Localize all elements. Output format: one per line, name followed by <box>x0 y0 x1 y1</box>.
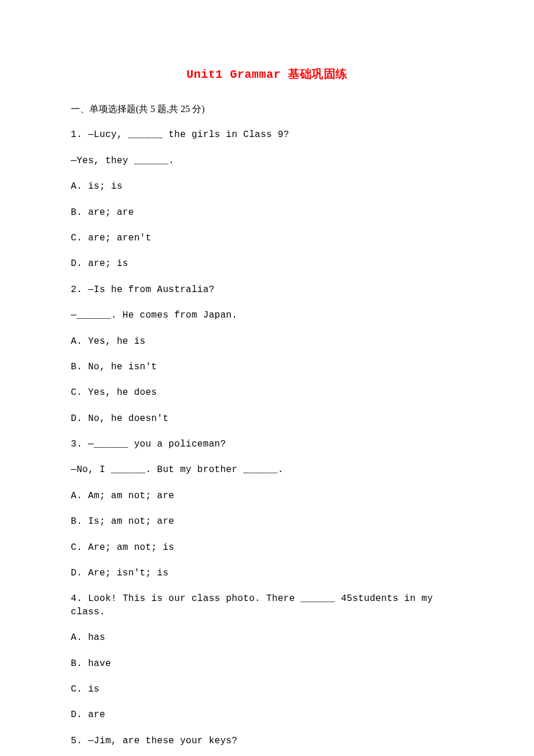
question-2-line-2: —______. He comes from Japan. <box>71 309 463 322</box>
question-3-line-1: 3. —______ you a policeman? <box>71 438 463 451</box>
question-1-line-2: —Yes, they ______. <box>71 154 463 167</box>
question-4-option-d: D. are <box>71 708 463 721</box>
question-3-option-c: C. Are; am not; is <box>71 541 463 554</box>
question-3-option-b: B. Is; am not; are <box>71 515 463 528</box>
question-4-option-a: A. has <box>71 631 463 644</box>
question-4-line-1: 4. Look! This is our class photo. There … <box>71 592 463 618</box>
question-2-option-d: D. No, he doesn't <box>71 412 463 425</box>
question-2-line-1: 2. —Is he from Australia? <box>71 283 463 296</box>
question-5-line-1: 5. —Jim, are these your keys? <box>71 735 463 747</box>
question-2-option-a: A. Yes, he is <box>71 335 463 348</box>
question-1-line-1: 1. —Lucy, ______ the girls in Class 9? <box>71 128 463 141</box>
question-3-option-a: A. Am; am not; are <box>71 489 463 502</box>
question-3-option-d: D. Are; isn't; is <box>71 567 463 579</box>
section-header: 一、单项选择题(共 5 题,共 25 分) <box>71 103 463 116</box>
question-2-option-b: B. No, he isn't <box>71 361 463 373</box>
question-1-option-b: B. are; are <box>71 206 463 219</box>
question-1-option-a: A. is; is <box>71 180 463 193</box>
question-1-option-d: D. are; is <box>71 257 463 270</box>
question-2-option-c: C. Yes, he does <box>71 386 463 399</box>
question-3-line-2: —No, I ______. But my brother ______. <box>71 463 463 476</box>
page-title: Unit1 Grammar 基础巩固练 <box>71 67 463 83</box>
question-1-option-c: C. are; aren't <box>71 232 463 244</box>
question-4-option-c: C. is <box>71 683 463 696</box>
question-4-option-b: B. have <box>71 657 463 670</box>
